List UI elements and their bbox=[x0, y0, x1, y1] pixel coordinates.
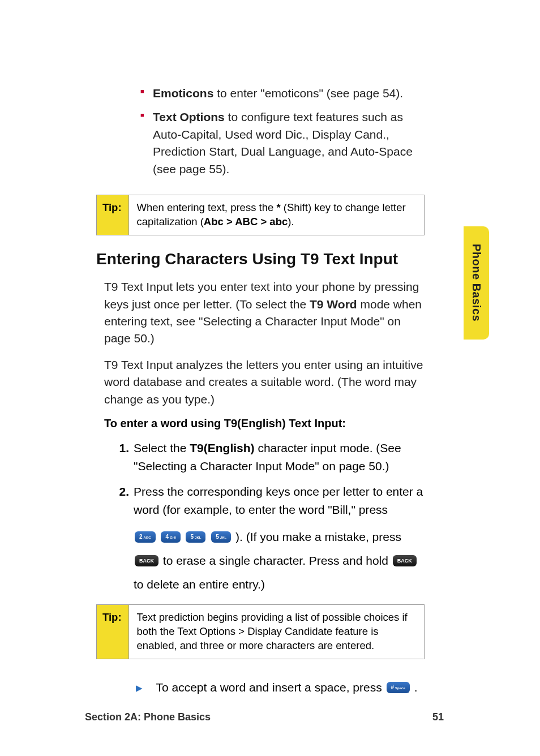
footer-section: Section 2A: Phone Basics bbox=[85, 711, 211, 723]
tip-label: Tip: bbox=[97, 605, 129, 659]
tip-body: Text prediction begins providing a list … bbox=[129, 605, 424, 659]
key-num: 2 bbox=[139, 534, 143, 540]
key-num: 4 bbox=[165, 534, 169, 540]
tip-text: When entering text, press the bbox=[137, 201, 277, 213]
footer-page-number: 51 bbox=[432, 711, 444, 723]
list-item: Text Options to configure text features … bbox=[153, 109, 425, 178]
step-item: Press the corresponding keys once per le… bbox=[110, 483, 425, 596]
bullet-term: Text Options bbox=[153, 110, 225, 123]
page-footer: Section 2A: Phone Basics 51 bbox=[85, 711, 444, 723]
key-sub: ABC bbox=[144, 536, 151, 539]
key-sub: JKL bbox=[220, 536, 226, 539]
bullet-rest: to enter "emoticons" (see page 54). bbox=[213, 87, 403, 100]
key-hash-icon: #Space bbox=[387, 682, 410, 693]
step-bold: T9(English) bbox=[190, 441, 254, 454]
arrow-text: To accept a word and insert a space, pre… bbox=[156, 681, 385, 694]
list-item: Emoticons to enter "emoticons" (see page… bbox=[153, 85, 425, 102]
key-5-icon: 5JKL bbox=[211, 531, 231, 543]
key-num: 5 bbox=[190, 534, 194, 540]
key-sub: GHI bbox=[170, 536, 176, 539]
key-2-icon: 2ABC bbox=[135, 531, 156, 543]
body-paragraph: T9 Text Input lets you enter text into y… bbox=[104, 278, 425, 347]
step-text: ). (If you make a mistake, press bbox=[235, 530, 401, 543]
key-back-icon: BACK bbox=[393, 555, 417, 566]
key-5-icon: 5JKL bbox=[186, 531, 205, 543]
tip-box: Tip: When entering text, press the * (Sh… bbox=[96, 195, 425, 235]
sub-heading: To enter a word using T9(English) Text I… bbox=[104, 417, 425, 430]
key-sub: JKL bbox=[195, 536, 201, 539]
step-text: Press the corresponding keys once per le… bbox=[134, 485, 423, 516]
step-text: to delete an entire entry.) bbox=[134, 578, 265, 591]
arrow-list-item: ▶ To accept a word and insert a space, p… bbox=[136, 678, 425, 697]
key-num: # bbox=[391, 684, 395, 690]
body-paragraph: T9 Text Input analyzes the letters you e… bbox=[104, 356, 425, 408]
tip-body: When entering text, press the * (Shift) … bbox=[129, 195, 424, 235]
step-text: Select the bbox=[134, 441, 190, 454]
step-text: to erase a single character. Press and h… bbox=[163, 554, 392, 567]
tip-text: ). bbox=[288, 216, 294, 227]
feature-bullets: Emoticons to enter "emoticons" (see page… bbox=[153, 85, 425, 178]
tip-box: Tip: Text prediction begins providing a … bbox=[96, 604, 425, 659]
arrow-icon: ▶ bbox=[136, 682, 143, 695]
tip-label: Tip: bbox=[97, 195, 129, 235]
tip-sequence: Abc > ABC > abc bbox=[204, 216, 288, 227]
steps-list: Select the T9(English) character input m… bbox=[110, 439, 425, 596]
arrow-text: . bbox=[414, 681, 418, 694]
key-back-icon: BACK bbox=[135, 555, 158, 566]
key-4-icon: 4GHI bbox=[161, 531, 180, 543]
step-item: Select the T9(English) character input m… bbox=[110, 439, 425, 475]
para-bold: T9 Word bbox=[310, 298, 357, 311]
section-heading: Entering Characters Using T9 Text Input bbox=[96, 250, 425, 268]
tip-star: * bbox=[276, 201, 280, 213]
key-num: 5 bbox=[216, 534, 219, 540]
key-sub: Space bbox=[395, 686, 405, 690]
bullet-term: Emoticons bbox=[153, 87, 213, 100]
